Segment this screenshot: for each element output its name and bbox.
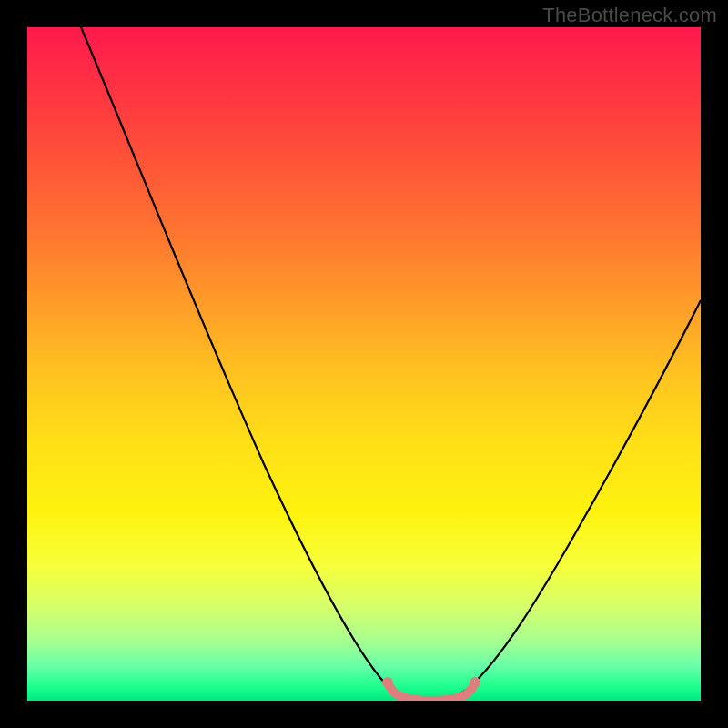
- optimal-flat-band: [388, 682, 475, 701]
- optimal-end-marker-right-icon: [470, 677, 480, 688]
- watermark-text: TheBottleneck.com: [542, 4, 717, 27]
- optimal-end-marker-left-icon: [382, 677, 393, 688]
- plot-area: [27, 27, 701, 701]
- chart-frame: TheBottleneck.com: [0, 0, 728, 728]
- curve-layer: [27, 27, 701, 701]
- bottleneck-curve: [81, 27, 701, 699]
